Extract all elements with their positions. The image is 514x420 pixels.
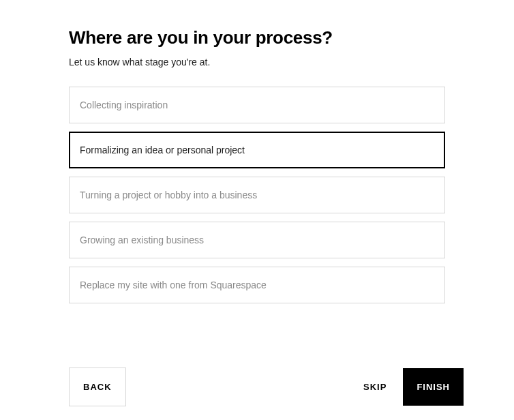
options-list: Collecting inspiration Formalizing an id…	[69, 87, 445, 303]
footer: Back Skip Finish	[69, 368, 464, 406]
option-formalizing-idea[interactable]: Formalizing an idea or personal project	[69, 132, 445, 168]
finish-button[interactable]: Finish	[403, 368, 464, 406]
option-replace-site[interactable]: Replace my site with one from Squarespac…	[69, 267, 445, 303]
page-subheading: Let us know what stage you're at.	[69, 57, 445, 68]
page-heading: Where are you in your process?	[69, 27, 445, 48]
back-button[interactable]: Back	[69, 368, 126, 406]
option-turning-project[interactable]: Turning a project or hobby into a busine…	[69, 177, 445, 213]
option-collecting-inspiration[interactable]: Collecting inspiration	[69, 87, 445, 123]
footer-right: Skip Finish	[347, 368, 464, 406]
option-growing-business[interactable]: Growing an existing business	[69, 222, 445, 258]
skip-button[interactable]: Skip	[347, 368, 403, 406]
